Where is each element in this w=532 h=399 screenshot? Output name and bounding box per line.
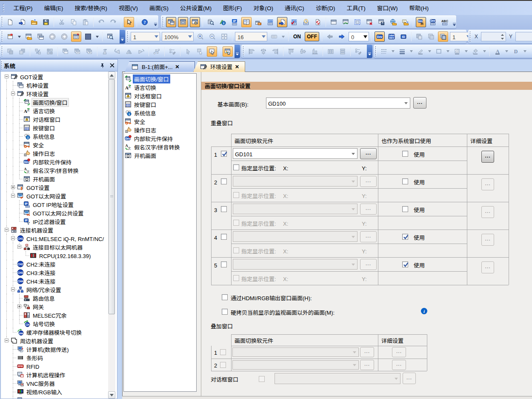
overlap-row3-detail-button[interactable]: ...: [481, 206, 494, 218]
tree-item-9[interactable]: 操作日志: [1, 149, 107, 158]
toolbar-grip[interactable]: [2, 17, 3, 27]
overlap-row2-detail-button[interactable]: ...: [481, 178, 494, 190]
distribute-horizontal-button[interactable]: [326, 46, 336, 57]
label-device-button[interactable]: LabelDEV: [386, 32, 397, 42]
tree-item-34[interactable]: RFIDRFID: [1, 362, 107, 370]
hdmi-output-checkbox[interactable]: [222, 294, 228, 300]
overlap-row4-device-browse-button[interactable]: ...: [360, 231, 377, 242]
import-project-button[interactable]: [17, 17, 27, 27]
toolbar-options-icon[interactable]: [235, 45, 240, 58]
overlap-row1-detail-button[interactable]: ...: [481, 151, 494, 163]
toolbar-options-icon[interactable]: [452, 15, 457, 29]
tree-item-16[interactable]: GOT以太网公共设置: [1, 209, 107, 217]
tree-item-27[interactable]: 网关: [1, 302, 107, 311]
device-import-button[interactable]: [277, 17, 287, 27]
ungroup-button[interactable]: [45, 46, 55, 57]
hardcopy-checkbox[interactable]: [222, 309, 228, 315]
new-project-button[interactable]: [5, 17, 15, 27]
device-on-button[interactable]: ON: [291, 32, 303, 41]
tree-item-4[interactable]: Aあ语言切换: [1, 106, 107, 115]
flip-vertical-button[interactable]: [136, 46, 146, 57]
tree-expander-icon[interactable]: [11, 236, 15, 240]
overlap-row5-position-checkbox[interactable]: [233, 275, 239, 281]
toolbar-grip[interactable]: [2, 32, 3, 42]
overlap-row2-position-checkbox[interactable]: [233, 192, 239, 198]
script-import-button[interactable]: [400, 17, 410, 27]
tree-expander-icon[interactable]: [11, 194, 15, 198]
tree-item-11[interactable]: A文假名汉字/拼音转换: [1, 166, 107, 175]
settings-nav-7[interactable]: Dev内部软元件保持: [124, 134, 196, 143]
help-button[interactable]: ?: [140, 17, 150, 27]
rotate-left-button[interactable]: [112, 46, 122, 57]
screen-preview-button[interactable]: [105, 32, 115, 42]
menu-10[interactable]: 工具(T): [341, 1, 371, 15]
tab-environment-settings[interactable]: 环境设置✕: [193, 61, 245, 72]
menu-1[interactable]: 编辑(E): [38, 1, 69, 15]
superimpose-row2-enable-checkbox[interactable]: [220, 362, 226, 368]
tree-item-25[interactable]: 网络/冗余设置: [1, 285, 107, 294]
window-preview1-button[interactable]: [166, 17, 176, 27]
open-project-button[interactable]: [29, 17, 39, 27]
toolbar-grip[interactable]: [375, 46, 377, 56]
select-area-button[interactable]: [195, 46, 205, 57]
device-display-button[interactable]: Dev: [375, 32, 385, 42]
rotate-button[interactable]: [100, 46, 110, 57]
select-object-button[interactable]: [183, 46, 193, 57]
overlap-row1-enable-checkbox[interactable]: [221, 151, 227, 157]
tree-item-33[interactable]: 条形码: [1, 353, 107, 362]
window-preview3-button[interactable]: [190, 17, 200, 27]
toolbar-options-icon[interactable]: [120, 30, 125, 43]
device-table-button[interactable]: Dev: [428, 17, 438, 27]
window-screen-button[interactable]: [329, 17, 339, 27]
overlap-row5-enable-checkbox[interactable]: [221, 261, 227, 267]
line-width-button[interactable]: [397, 46, 407, 57]
zoom-in-button[interactable]: [195, 32, 206, 42]
tree-expander-icon[interactable]: [5, 339, 9, 342]
tree-item-24[interactable]: CH4CH4:未连接: [1, 277, 107, 285]
toolbar-grip[interactable]: [2, 46, 3, 56]
dialog-window-browse-button[interactable]: ...: [403, 373, 416, 384]
screen-color-button[interactable]: [83, 32, 93, 42]
info-icon[interactable]: i: [421, 308, 427, 314]
paste-button[interactable]: [80, 17, 91, 27]
cut-button[interactable]: [57, 17, 67, 27]
align-center-button[interactable]: [258, 46, 269, 57]
superimpose-row1-device-browse-button[interactable]: ...: [360, 347, 374, 357]
overlap-row4-device-combo[interactable]: [233, 231, 358, 242]
toolbar-grip[interactable]: [127, 32, 129, 42]
layer-back-button[interactable]: [414, 32, 424, 42]
device-timing-button[interactable]: [301, 17, 311, 27]
id-display-button[interactable]: ID: [398, 32, 409, 42]
send-to-back-button[interactable]: [17, 46, 27, 57]
x-coordinate-spinner[interactable]: [481, 32, 506, 41]
overlap-row5-device-combo[interactable]: [233, 259, 358, 270]
window-frame-button[interactable]: [352, 17, 363, 27]
tab-close-icon[interactable]: ✕: [234, 64, 240, 70]
overlap-row4-position-checkbox[interactable]: [233, 247, 239, 253]
tree-item-12[interactable]: 开机画面: [1, 175, 107, 183]
pin-icon[interactable]: [99, 62, 106, 69]
tree-item-6[interactable]: 按键窗口: [1, 123, 107, 132]
text-color-dropdown[interactable]: [504, 47, 509, 56]
pattern-dropdown[interactable]: [464, 47, 469, 56]
tree-expander-icon[interactable]: [17, 304, 21, 308]
window-refresh-button[interactable]: [340, 17, 351, 27]
align-bottom-button[interactable]: [310, 46, 320, 57]
bring-to-front-button[interactable]: [5, 46, 15, 57]
align-middle-button[interactable]: [298, 46, 308, 57]
settings-nav-3[interactable]: 按键窗口: [124, 100, 196, 109]
device-list-button[interactable]: DATA: [265, 17, 275, 27]
paste-attribute1-button[interactable]: [60, 46, 71, 57]
select-mode-button[interactable]: [124, 17, 134, 27]
menu-8[interactable]: 通讯(C): [279, 1, 310, 15]
back-button[interactable]: [47, 32, 57, 42]
overlap-row1-position-checkbox[interactable]: [233, 164, 239, 170]
open-screen-button[interactable]: [23, 32, 34, 42]
tree-item-32[interactable]: 计算机(数据传送): [1, 345, 107, 353]
grid-size-combo-arrow[interactable]: [260, 32, 267, 41]
key-window-button[interactable]: [269, 32, 279, 42]
settings-nav-4[interactable]: i系统信息: [124, 109, 196, 117]
toolbar-options-icon[interactable]: [367, 45, 372, 58]
line-style-dropdown[interactable]: [391, 47, 395, 56]
window-preview2-button[interactable]: [178, 17, 188, 27]
